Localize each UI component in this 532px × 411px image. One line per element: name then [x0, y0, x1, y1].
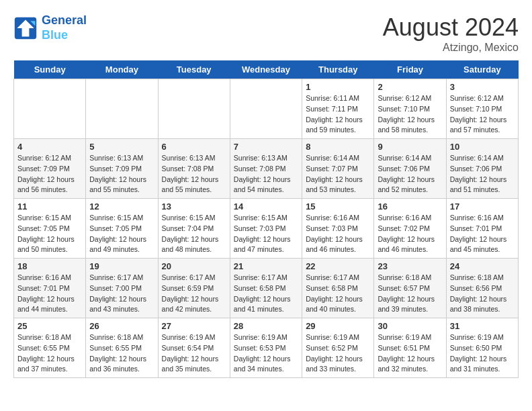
- logo-line1: General: [42, 13, 87, 27]
- day-number: 7: [234, 142, 298, 152]
- day-info: Sunrise: 6:19 AM Sunset: 6:52 PM Dayligh…: [306, 332, 370, 375]
- day-number: 31: [450, 321, 515, 331]
- day-number: 26: [89, 321, 154, 331]
- calendar-cell: 2Sunrise: 6:12 AM Sunset: 7:10 PM Daylig…: [374, 79, 446, 139]
- day-info: Sunrise: 6:16 AM Sunset: 7:03 PM Dayligh…: [306, 213, 370, 255]
- day-number: 13: [162, 201, 226, 212]
- day-number: 18: [17, 261, 82, 271]
- calendar-cell: [230, 79, 302, 139]
- day-info: Sunrise: 6:17 AM Sunset: 6:59 PM Dayligh…: [162, 273, 226, 315]
- day-number: 10: [450, 142, 515, 152]
- day-number: 17: [450, 201, 515, 212]
- calendar-cell: 3Sunrise: 6:12 AM Sunset: 7:10 PM Daylig…: [446, 79, 518, 139]
- day-header-friday: Friday: [374, 60, 446, 79]
- calendar-cell: 11Sunrise: 6:15 AM Sunset: 7:05 PM Dayli…: [14, 199, 86, 259]
- day-number: 14: [234, 201, 298, 212]
- week-row-1: 1Sunrise: 6:11 AM Sunset: 7:11 PM Daylig…: [14, 79, 519, 139]
- day-info: Sunrise: 6:12 AM Sunset: 7:09 PM Dayligh…: [17, 153, 82, 195]
- calendar-cell: 23Sunrise: 6:18 AM Sunset: 6:57 PM Dayli…: [374, 259, 446, 318]
- day-number: 2: [378, 82, 442, 92]
- day-header-sunday: Sunday: [14, 60, 86, 79]
- title-section: August 2024 Atzingo, Mexico: [383, 13, 519, 54]
- day-info: Sunrise: 6:19 AM Sunset: 6:54 PM Dayligh…: [162, 332, 226, 375]
- week-row-2: 4Sunrise: 6:12 AM Sunset: 7:09 PM Daylig…: [14, 139, 519, 199]
- day-number: 22: [306, 261, 370, 271]
- day-info: Sunrise: 6:16 AM Sunset: 7:01 PM Dayligh…: [450, 213, 515, 255]
- day-number: 19: [89, 261, 154, 271]
- calendar-cell: 20Sunrise: 6:17 AM Sunset: 6:59 PM Dayli…: [158, 259, 230, 318]
- day-info: Sunrise: 6:13 AM Sunset: 7:08 PM Dayligh…: [162, 153, 226, 195]
- calendar-cell: 26Sunrise: 6:18 AM Sunset: 6:55 PM Dayli…: [86, 318, 158, 378]
- day-number: 28: [234, 321, 298, 331]
- day-number: 15: [306, 201, 370, 212]
- day-header-monday: Monday: [86, 60, 158, 79]
- day-number: 24: [450, 261, 515, 271]
- calendar-cell: 5Sunrise: 6:13 AM Sunset: 7:09 PM Daylig…: [86, 139, 158, 199]
- day-headers-row: SundayMondayTuesdayWednesdayThursdayFrid…: [14, 60, 519, 79]
- day-info: Sunrise: 6:19 AM Sunset: 6:51 PM Dayligh…: [378, 332, 442, 375]
- calendar-cell: 17Sunrise: 6:16 AM Sunset: 7:01 PM Dayli…: [446, 199, 518, 259]
- day-number: 30: [378, 321, 442, 331]
- calendar-cell: [14, 79, 86, 139]
- day-info: Sunrise: 6:14 AM Sunset: 7:06 PM Dayligh…: [378, 153, 442, 195]
- day-number: 27: [162, 321, 226, 331]
- day-info: Sunrise: 6:15 AM Sunset: 7:04 PM Dayligh…: [162, 213, 226, 255]
- day-info: Sunrise: 6:14 AM Sunset: 7:06 PM Dayligh…: [450, 153, 515, 195]
- calendar-cell: 25Sunrise: 6:18 AM Sunset: 6:55 PM Dayli…: [14, 318, 86, 378]
- logo-icon: [13, 16, 38, 40]
- day-info: Sunrise: 6:11 AM Sunset: 7:11 PM Dayligh…: [306, 93, 370, 136]
- day-number: 9: [378, 142, 442, 152]
- day-number: 20: [162, 261, 226, 271]
- day-number: 5: [89, 142, 154, 152]
- calendar-cell: 10Sunrise: 6:14 AM Sunset: 7:06 PM Dayli…: [446, 139, 518, 199]
- calendar-cell: 22Sunrise: 6:17 AM Sunset: 6:58 PM Dayli…: [302, 259, 374, 318]
- page-title: August 2024: [383, 13, 519, 42]
- day-number: 23: [378, 261, 442, 271]
- calendar-cell: 29Sunrise: 6:19 AM Sunset: 6:52 PM Dayli…: [302, 318, 374, 378]
- calendar-cell: 4Sunrise: 6:12 AM Sunset: 7:09 PM Daylig…: [14, 139, 86, 199]
- week-row-4: 18Sunrise: 6:16 AM Sunset: 7:01 PM Dayli…: [14, 259, 519, 318]
- day-number: 12: [89, 201, 154, 212]
- calendar-cell: 1Sunrise: 6:11 AM Sunset: 7:11 PM Daylig…: [302, 79, 374, 139]
- day-header-saturday: Saturday: [446, 60, 518, 79]
- day-info: Sunrise: 6:13 AM Sunset: 7:09 PM Dayligh…: [89, 153, 154, 195]
- day-header-thursday: Thursday: [302, 60, 374, 79]
- logo: General Blue: [13, 13, 87, 42]
- day-info: Sunrise: 6:18 AM Sunset: 6:56 PM Dayligh…: [450, 273, 515, 315]
- day-number: 1: [306, 82, 370, 92]
- day-info: Sunrise: 6:12 AM Sunset: 7:10 PM Dayligh…: [378, 93, 442, 136]
- calendar-cell: 21Sunrise: 6:17 AM Sunset: 6:58 PM Dayli…: [230, 259, 302, 318]
- logo-line2: Blue: [42, 28, 87, 43]
- day-info: Sunrise: 6:14 AM Sunset: 7:07 PM Dayligh…: [306, 153, 370, 195]
- page-header: General Blue August 2024 Atzingo, Mexico: [13, 13, 519, 54]
- day-header-tuesday: Tuesday: [158, 60, 230, 79]
- calendar-cell: [86, 79, 158, 139]
- day-number: 6: [162, 142, 226, 152]
- calendar-cell: 30Sunrise: 6:19 AM Sunset: 6:51 PM Dayli…: [374, 318, 446, 378]
- week-row-5: 25Sunrise: 6:18 AM Sunset: 6:55 PM Dayli…: [14, 318, 519, 378]
- calendar-cell: 14Sunrise: 6:15 AM Sunset: 7:03 PM Dayli…: [230, 199, 302, 259]
- week-row-3: 11Sunrise: 6:15 AM Sunset: 7:05 PM Dayli…: [14, 199, 519, 259]
- day-number: 29: [306, 321, 370, 331]
- day-number: 8: [306, 142, 370, 152]
- day-info: Sunrise: 6:15 AM Sunset: 7:03 PM Dayligh…: [234, 213, 298, 255]
- day-info: Sunrise: 6:12 AM Sunset: 7:10 PM Dayligh…: [450, 93, 515, 136]
- calendar-cell: 27Sunrise: 6:19 AM Sunset: 6:54 PM Dayli…: [158, 318, 230, 378]
- calendar-cell: [158, 79, 230, 139]
- calendar-cell: 18Sunrise: 6:16 AM Sunset: 7:01 PM Dayli…: [14, 259, 86, 318]
- calendar-table: SundayMondayTuesdayWednesdayThursdayFrid…: [13, 60, 519, 378]
- day-number: 11: [17, 201, 82, 212]
- day-info: Sunrise: 6:15 AM Sunset: 7:05 PM Dayligh…: [89, 213, 154, 255]
- day-info: Sunrise: 6:19 AM Sunset: 6:50 PM Dayligh…: [450, 332, 515, 375]
- day-number: 21: [234, 261, 298, 271]
- day-number: 4: [17, 142, 82, 152]
- calendar-cell: 9Sunrise: 6:14 AM Sunset: 7:06 PM Daylig…: [374, 139, 446, 199]
- day-number: 3: [450, 82, 515, 92]
- calendar-cell: 24Sunrise: 6:18 AM Sunset: 6:56 PM Dayli…: [446, 259, 518, 318]
- calendar-cell: 12Sunrise: 6:15 AM Sunset: 7:05 PM Dayli…: [86, 199, 158, 259]
- calendar-cell: 7Sunrise: 6:13 AM Sunset: 7:08 PM Daylig…: [230, 139, 302, 199]
- day-info: Sunrise: 6:18 AM Sunset: 6:55 PM Dayligh…: [17, 332, 82, 375]
- day-number: 25: [17, 321, 82, 331]
- day-info: Sunrise: 6:18 AM Sunset: 6:57 PM Dayligh…: [378, 273, 442, 315]
- calendar-cell: 31Sunrise: 6:19 AM Sunset: 6:50 PM Dayli…: [446, 318, 518, 378]
